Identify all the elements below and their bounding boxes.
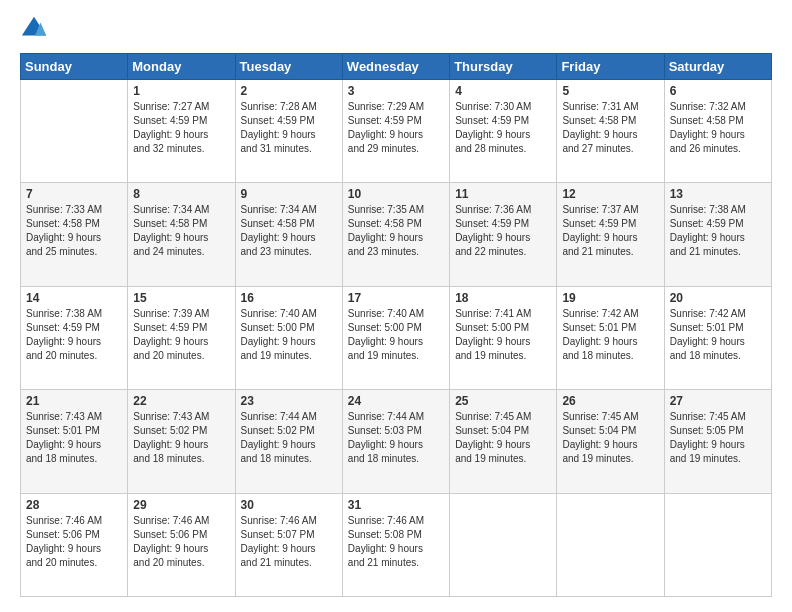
col-header-saturday: Saturday [664,54,771,80]
cell-content: Sunrise: 7:40 AM Sunset: 5:00 PM Dayligh… [348,307,444,363]
day-number: 14 [26,291,122,305]
day-number: 25 [455,394,551,408]
header [20,15,772,43]
col-header-thursday: Thursday [450,54,557,80]
cell-content: Sunrise: 7:31 AM Sunset: 4:58 PM Dayligh… [562,100,658,156]
day-number: 9 [241,187,337,201]
col-header-wednesday: Wednesday [342,54,449,80]
day-number: 6 [670,84,766,98]
day-cell: 26Sunrise: 7:45 AM Sunset: 5:04 PM Dayli… [557,390,664,493]
day-cell: 16Sunrise: 7:40 AM Sunset: 5:00 PM Dayli… [235,286,342,389]
cell-content: Sunrise: 7:42 AM Sunset: 5:01 PM Dayligh… [562,307,658,363]
cell-content: Sunrise: 7:36 AM Sunset: 4:59 PM Dayligh… [455,203,551,259]
cell-content: Sunrise: 7:45 AM Sunset: 5:05 PM Dayligh… [670,410,766,466]
day-cell: 23Sunrise: 7:44 AM Sunset: 5:02 PM Dayli… [235,390,342,493]
cell-content: Sunrise: 7:30 AM Sunset: 4:59 PM Dayligh… [455,100,551,156]
day-number: 30 [241,498,337,512]
day-cell: 19Sunrise: 7:42 AM Sunset: 5:01 PM Dayli… [557,286,664,389]
day-cell: 28Sunrise: 7:46 AM Sunset: 5:06 PM Dayli… [21,493,128,596]
cell-content: Sunrise: 7:38 AM Sunset: 4:59 PM Dayligh… [26,307,122,363]
day-cell: 21Sunrise: 7:43 AM Sunset: 5:01 PM Dayli… [21,390,128,493]
cell-content: Sunrise: 7:40 AM Sunset: 5:00 PM Dayligh… [241,307,337,363]
cell-content: Sunrise: 7:32 AM Sunset: 4:58 PM Dayligh… [670,100,766,156]
day-cell: 10Sunrise: 7:35 AM Sunset: 4:58 PM Dayli… [342,183,449,286]
col-header-monday: Monday [128,54,235,80]
cell-content: Sunrise: 7:45 AM Sunset: 5:04 PM Dayligh… [455,410,551,466]
day-cell: 22Sunrise: 7:43 AM Sunset: 5:02 PM Dayli… [128,390,235,493]
col-header-tuesday: Tuesday [235,54,342,80]
header-row: SundayMondayTuesdayWednesdayThursdayFrid… [21,54,772,80]
cell-content: Sunrise: 7:28 AM Sunset: 4:59 PM Dayligh… [241,100,337,156]
day-number: 17 [348,291,444,305]
day-number: 2 [241,84,337,98]
day-number: 11 [455,187,551,201]
week-row-1: 1Sunrise: 7:27 AM Sunset: 4:59 PM Daylig… [21,80,772,183]
day-number: 5 [562,84,658,98]
calendar-table: SundayMondayTuesdayWednesdayThursdayFrid… [20,53,772,597]
day-number: 31 [348,498,444,512]
day-cell: 4Sunrise: 7:30 AM Sunset: 4:59 PM Daylig… [450,80,557,183]
col-header-sunday: Sunday [21,54,128,80]
page: SundayMondayTuesdayWednesdayThursdayFrid… [0,0,792,612]
logo-icon [20,15,48,43]
day-cell: 25Sunrise: 7:45 AM Sunset: 5:04 PM Dayli… [450,390,557,493]
day-number: 28 [26,498,122,512]
cell-content: Sunrise: 7:41 AM Sunset: 5:00 PM Dayligh… [455,307,551,363]
day-number: 8 [133,187,229,201]
day-cell: 18Sunrise: 7:41 AM Sunset: 5:00 PM Dayli… [450,286,557,389]
day-number: 1 [133,84,229,98]
day-cell: 13Sunrise: 7:38 AM Sunset: 4:59 PM Dayli… [664,183,771,286]
day-number: 27 [670,394,766,408]
day-cell [450,493,557,596]
cell-content: Sunrise: 7:37 AM Sunset: 4:59 PM Dayligh… [562,203,658,259]
day-cell: 24Sunrise: 7:44 AM Sunset: 5:03 PM Dayli… [342,390,449,493]
day-cell: 27Sunrise: 7:45 AM Sunset: 5:05 PM Dayli… [664,390,771,493]
day-number: 18 [455,291,551,305]
cell-content: Sunrise: 7:38 AM Sunset: 4:59 PM Dayligh… [670,203,766,259]
day-number: 13 [670,187,766,201]
cell-content: Sunrise: 7:44 AM Sunset: 5:03 PM Dayligh… [348,410,444,466]
cell-content: Sunrise: 7:46 AM Sunset: 5:06 PM Dayligh… [26,514,122,570]
day-cell: 30Sunrise: 7:46 AM Sunset: 5:07 PM Dayli… [235,493,342,596]
day-number: 21 [26,394,122,408]
day-cell: 17Sunrise: 7:40 AM Sunset: 5:00 PM Dayli… [342,286,449,389]
day-cell: 11Sunrise: 7:36 AM Sunset: 4:59 PM Dayli… [450,183,557,286]
cell-content: Sunrise: 7:39 AM Sunset: 4:59 PM Dayligh… [133,307,229,363]
day-number: 16 [241,291,337,305]
day-cell: 12Sunrise: 7:37 AM Sunset: 4:59 PM Dayli… [557,183,664,286]
day-cell: 20Sunrise: 7:42 AM Sunset: 5:01 PM Dayli… [664,286,771,389]
day-cell [557,493,664,596]
day-cell: 9Sunrise: 7:34 AM Sunset: 4:58 PM Daylig… [235,183,342,286]
day-cell: 3Sunrise: 7:29 AM Sunset: 4:59 PM Daylig… [342,80,449,183]
day-cell: 8Sunrise: 7:34 AM Sunset: 4:58 PM Daylig… [128,183,235,286]
day-number: 4 [455,84,551,98]
col-header-friday: Friday [557,54,664,80]
day-cell: 1Sunrise: 7:27 AM Sunset: 4:59 PM Daylig… [128,80,235,183]
day-cell [664,493,771,596]
day-number: 20 [670,291,766,305]
day-number: 24 [348,394,444,408]
cell-content: Sunrise: 7:27 AM Sunset: 4:59 PM Dayligh… [133,100,229,156]
day-number: 3 [348,84,444,98]
day-number: 7 [26,187,122,201]
day-cell: 6Sunrise: 7:32 AM Sunset: 4:58 PM Daylig… [664,80,771,183]
cell-content: Sunrise: 7:46 AM Sunset: 5:08 PM Dayligh… [348,514,444,570]
cell-content: Sunrise: 7:43 AM Sunset: 5:02 PM Dayligh… [133,410,229,466]
day-cell: 29Sunrise: 7:46 AM Sunset: 5:06 PM Dayli… [128,493,235,596]
day-number: 19 [562,291,658,305]
day-cell: 7Sunrise: 7:33 AM Sunset: 4:58 PM Daylig… [21,183,128,286]
day-number: 29 [133,498,229,512]
cell-content: Sunrise: 7:34 AM Sunset: 4:58 PM Dayligh… [133,203,229,259]
day-cell: 14Sunrise: 7:38 AM Sunset: 4:59 PM Dayli… [21,286,128,389]
day-number: 23 [241,394,337,408]
day-number: 15 [133,291,229,305]
logo [20,15,52,43]
week-row-4: 21Sunrise: 7:43 AM Sunset: 5:01 PM Dayli… [21,390,772,493]
day-number: 26 [562,394,658,408]
cell-content: Sunrise: 7:46 AM Sunset: 5:06 PM Dayligh… [133,514,229,570]
week-row-2: 7Sunrise: 7:33 AM Sunset: 4:58 PM Daylig… [21,183,772,286]
day-cell: 5Sunrise: 7:31 AM Sunset: 4:58 PM Daylig… [557,80,664,183]
day-cell: 15Sunrise: 7:39 AM Sunset: 4:59 PM Dayli… [128,286,235,389]
cell-content: Sunrise: 7:33 AM Sunset: 4:58 PM Dayligh… [26,203,122,259]
cell-content: Sunrise: 7:35 AM Sunset: 4:58 PM Dayligh… [348,203,444,259]
